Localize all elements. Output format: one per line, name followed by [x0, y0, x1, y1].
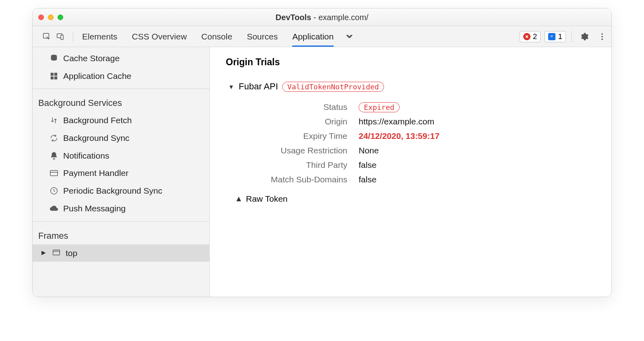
panel-body: Cache Storage Application Cache Backgrou…	[33, 47, 611, 297]
sidebar-label: Push Messaging	[63, 201, 126, 216]
database-icon	[50, 54, 58, 63]
inspect-element-icon[interactable]	[40, 30, 54, 43]
raw-token-disclosure[interactable]: ▶ Raw Token	[235, 194, 595, 204]
grid-icon	[50, 72, 58, 81]
disclosure-triangle-icon[interactable]: ▶	[41, 248, 46, 258]
svg-point-4	[601, 33, 603, 35]
panel-heading: Origin Trials	[226, 57, 595, 68]
kv-label: Third Party	[246, 160, 359, 170]
kv-value: false	[359, 160, 376, 170]
kv-match-subdomains: Match Sub-Domains false	[246, 175, 595, 184]
tab-sources[interactable]: Sources	[247, 26, 278, 47]
toolbar-separator	[73, 31, 73, 42]
svg-rect-14	[53, 250, 60, 255]
toolbar: Elements CSS Overview Console Sources Ap…	[33, 26, 611, 47]
sidebar-item-background-fetch[interactable]: Background Fetch	[33, 112, 209, 129]
messages-count: 1	[558, 32, 562, 41]
error-icon	[523, 33, 530, 40]
trial-disclosure-row[interactable]: ▼ Fubar API ValidTokenNotProvided	[228, 81, 595, 92]
minimize-window-button[interactable]	[48, 14, 54, 20]
sidebar-label: Background Fetch	[63, 113, 132, 128]
sidebar-item-payment-handler[interactable]: Payment Handler	[33, 164, 209, 182]
sidebar-label: Background Sync	[63, 131, 130, 145]
sidebar-label: Application Cache	[63, 69, 131, 83]
devtools-window: DevTools - example.com/ Elements CSS Ove…	[32, 8, 612, 297]
window-title-sep: -	[311, 12, 318, 21]
kv-label: Origin	[246, 117, 359, 126]
window-title-url: example.com/	[318, 12, 369, 21]
sidebar-item-cache-storage[interactable]: Cache Storage	[33, 50, 209, 67]
disclosure-triangle-icon[interactable]: ▼	[228, 83, 234, 90]
sidebar-group-frames: Frames ▶ top	[33, 221, 209, 266]
tab-console[interactable]: Console	[201, 26, 232, 47]
kv-status: Status Expired	[246, 102, 595, 112]
titlebar: DevTools - example.com/	[33, 8, 611, 26]
sidebar-item-frame-top[interactable]: ▶ top	[33, 244, 209, 262]
sidebar-item-background-sync[interactable]: Background Sync	[33, 129, 209, 147]
sidebar-label: Periodic Background Sync	[63, 184, 162, 198]
cloud-icon	[50, 204, 58, 213]
svg-point-5	[601, 36, 603, 37]
kv-value: Expired	[359, 102, 400, 112]
sidebar-item-application-cache[interactable]: Application Cache	[33, 67, 209, 85]
settings-icon[interactable]	[578, 30, 591, 43]
kv-value-expired: 24/12/2020, 13:59:17	[359, 131, 440, 141]
maximize-window-button[interactable]	[58, 14, 63, 20]
sidebar-heading: Background Services	[33, 91, 209, 112]
svg-rect-12	[50, 171, 58, 176]
errors-badge[interactable]: 2	[520, 31, 541, 42]
sidebar-group-cache: Cache Storage Application Cache	[33, 47, 209, 89]
kv-usage-restriction: Usage Restriction None	[246, 146, 595, 155]
kv-label: Status	[246, 102, 359, 112]
svg-point-6	[601, 38, 603, 40]
kv-label: Expiry Time	[246, 131, 359, 141]
tab-label: Sources	[247, 32, 278, 41]
sidebar-group-background-services: Background Services Background Fetch Bac…	[33, 89, 209, 221]
svg-rect-11	[54, 76, 57, 79]
window-icon	[52, 248, 61, 257]
close-window-button[interactable]	[38, 14, 44, 20]
trial-status-pill: ValidTokenNotProvided	[282, 82, 384, 92]
messages-badge[interactable]: 1	[545, 31, 566, 42]
kv-origin: Origin https://example.com	[246, 117, 595, 126]
window-title-app: DevTools	[276, 12, 312, 21]
tab-label: Elements	[82, 32, 118, 41]
sidebar-label: top	[66, 246, 77, 260]
kv-value: false	[359, 175, 376, 184]
svg-rect-2	[61, 35, 63, 39]
sidebar-item-push-messaging[interactable]: Push Messaging	[33, 200, 209, 217]
sidebar-item-notifications[interactable]: Notifications	[33, 147, 209, 165]
tab-css-overview[interactable]: CSS Overview	[132, 26, 187, 47]
tab-label: CSS Overview	[132, 32, 187, 41]
tab-application[interactable]: Application	[292, 26, 334, 47]
kv-value: https://example.com	[359, 117, 434, 126]
svg-rect-9	[54, 72, 57, 75]
disclosure-triangle-icon[interactable]: ▶	[235, 196, 242, 202]
device-toolbar-icon[interactable]	[54, 30, 67, 43]
application-main-panel: Origin Trials ▼ Fubar API ValidTokenNotP…	[210, 47, 611, 297]
more-tabs-button[interactable]	[345, 33, 355, 41]
sidebar-item-periodic-background-sync[interactable]: Periodic Background Sync	[33, 182, 209, 200]
tab-elements[interactable]: Elements	[82, 26, 118, 47]
raw-token-label: Raw Token	[246, 194, 288, 204]
sidebar-label: Notifications	[63, 149, 109, 163]
window-title: DevTools - example.com/	[276, 12, 369, 22]
svg-rect-10	[51, 76, 54, 79]
kv-value: None	[359, 146, 379, 155]
more-options-icon[interactable]	[595, 30, 609, 43]
status-pill: Expired	[359, 102, 400, 112]
svg-rect-8	[51, 72, 54, 75]
message-icon	[548, 33, 555, 40]
bell-icon	[50, 151, 58, 160]
trial-name: Fubar API	[239, 81, 278, 92]
sidebar-heading: Frames	[33, 224, 209, 244]
errors-count: 2	[533, 32, 537, 41]
sidebar-label: Cache Storage	[63, 51, 120, 66]
kv-third-party: Third Party false	[246, 160, 595, 170]
tab-label: Application	[292, 32, 334, 41]
kv-expiry: Expiry Time 24/12/2020, 13:59:17	[246, 131, 595, 141]
toolbar-separator	[572, 31, 572, 42]
traffic-lights	[38, 14, 63, 20]
sidebar-label: Payment Handler	[63, 166, 128, 180]
transfer-icon	[50, 116, 58, 125]
